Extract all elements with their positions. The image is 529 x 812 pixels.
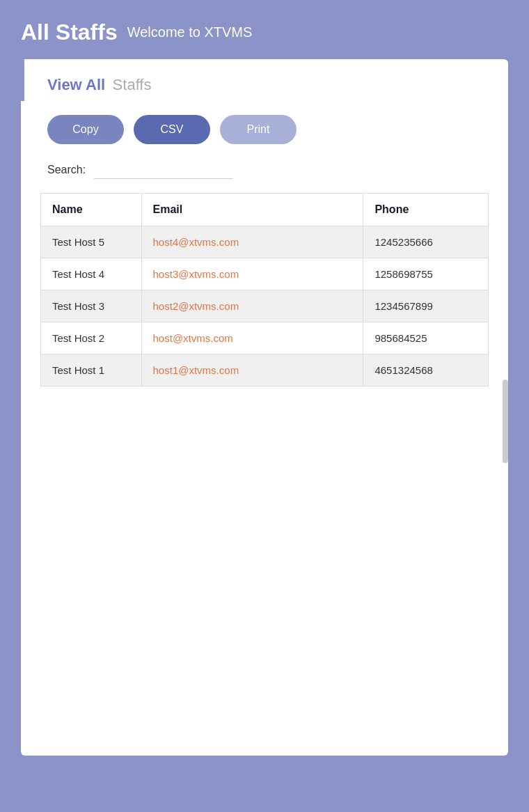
cell-email: host2@xtvms.com bbox=[141, 290, 363, 322]
table-row: Test Host 1host1@xtvms.com4651324568 bbox=[41, 354, 489, 387]
cell-phone: 985684525 bbox=[363, 322, 489, 354]
card-heading-rest: Staffs bbox=[113, 76, 152, 93]
cell-phone: 1258698755 bbox=[363, 258, 489, 290]
main-card: View All Staffs Copy CSV Print Search: N… bbox=[21, 59, 508, 756]
cell-name: Test Host 3 bbox=[41, 290, 142, 322]
cell-name: Test Host 5 bbox=[41, 226, 142, 258]
cell-email: host3@xtvms.com bbox=[141, 258, 363, 290]
email-link[interactable]: host1@xtvms.com bbox=[153, 364, 239, 376]
search-row: Search: bbox=[40, 161, 489, 179]
page-subtitle: Welcome to XTVMS bbox=[127, 24, 253, 40]
search-label: Search: bbox=[47, 164, 86, 176]
page-header: All Staffs Welcome to XTVMS bbox=[0, 0, 529, 59]
table-header-row: Name Email Phone bbox=[41, 194, 489, 226]
cell-name: Test Host 4 bbox=[41, 258, 142, 290]
csv-button[interactable]: CSV bbox=[134, 115, 210, 144]
staff-table: Name Email Phone Test Host 5host4@xtvms.… bbox=[40, 193, 489, 387]
table-row: Test Host 5host4@xtvms.com1245235666 bbox=[41, 226, 489, 258]
search-input[interactable] bbox=[94, 161, 233, 179]
cell-email: host@xtvms.com bbox=[141, 322, 363, 354]
cell-name: Test Host 1 bbox=[41, 354, 142, 387]
col-header-name: Name bbox=[41, 194, 142, 226]
page-title: All Staffs bbox=[21, 19, 118, 45]
email-link[interactable]: host4@xtvms.com bbox=[153, 236, 239, 248]
col-header-email: Email bbox=[141, 194, 363, 226]
card-heading: View All Staffs bbox=[40, 76, 489, 94]
card-heading-highlight: View All bbox=[47, 76, 105, 93]
table-row: Test Host 2host@xtvms.com985684525 bbox=[41, 322, 489, 354]
cell-phone: 4651324568 bbox=[363, 354, 489, 387]
email-link[interactable]: host2@xtvms.com bbox=[153, 300, 239, 312]
copy-button[interactable]: Copy bbox=[47, 115, 124, 144]
table-row: Test Host 4host3@xtvms.com1258698755 bbox=[41, 258, 489, 290]
email-link[interactable]: host3@xtvms.com bbox=[153, 268, 239, 280]
cell-name: Test Host 2 bbox=[41, 322, 142, 354]
left-accent bbox=[21, 59, 24, 101]
cell-email: host4@xtvms.com bbox=[141, 226, 363, 258]
email-link[interactable]: host@xtvms.com bbox=[153, 332, 233, 344]
scrollbar[interactable] bbox=[503, 380, 508, 463]
table-row: Test Host 3host2@xtvms.com1234567899 bbox=[41, 290, 489, 322]
cell-phone: 1245235666 bbox=[363, 226, 489, 258]
col-header-phone: Phone bbox=[363, 194, 489, 226]
print-button[interactable]: Print bbox=[220, 115, 297, 144]
cell-email: host1@xtvms.com bbox=[141, 354, 363, 387]
cell-phone: 1234567899 bbox=[363, 290, 489, 322]
toolbar: Copy CSV Print bbox=[40, 115, 489, 144]
